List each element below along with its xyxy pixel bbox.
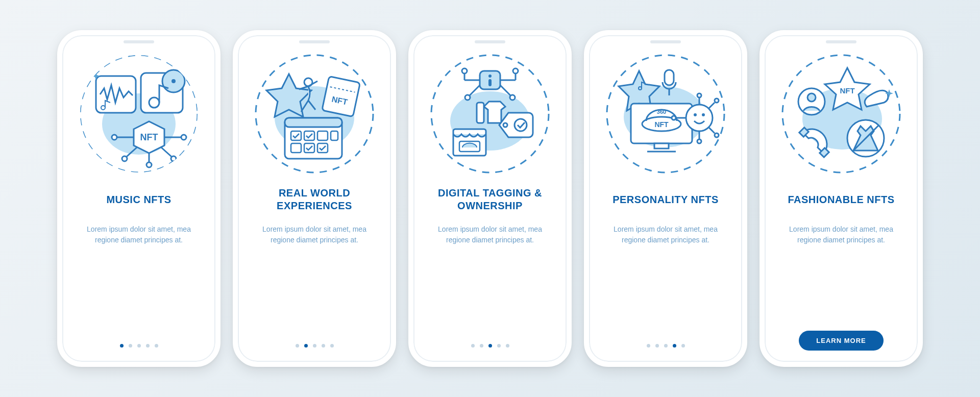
svg-point-14 — [181, 135, 186, 140]
dot[interactable] — [155, 344, 158, 348]
svg-rect-34 — [331, 131, 338, 140]
onboarding-screen-5: NFT FASHIONABLE NFTS Lorem ipsum dolor s… — [760, 30, 923, 367]
dot[interactable] — [137, 344, 141, 348]
svg-point-54 — [503, 123, 507, 127]
screen-description: Lorem ipsum dolor sit amet, mea regione … — [598, 224, 733, 245]
svg-line-19 — [161, 147, 172, 157]
dot[interactable] — [146, 344, 150, 348]
svg-point-52 — [510, 95, 515, 100]
svg-line-76 — [708, 103, 715, 109]
dot[interactable] — [488, 344, 492, 348]
real-world-icon: NFT — [253, 53, 376, 175]
dot[interactable] — [296, 344, 299, 348]
screen-title: REAL WORLD EXPERIENCES — [247, 186, 382, 213]
page-indicator — [647, 344, 685, 348]
dot[interactable] — [664, 344, 668, 348]
svg-point-41 — [488, 75, 492, 78]
svg-line-78 — [708, 127, 715, 133]
onboarding-screen-4: 360 NFT PERSONALITY NFTS Lorem ipsum dol… — [584, 30, 747, 367]
svg-rect-35 — [291, 143, 301, 153]
onboarding-screen-2: NFT REAL WORLD EXPERIENCES Lorem ipsum d… — [233, 30, 396, 367]
svg-rect-64 — [654, 143, 669, 148]
svg-point-48 — [513, 68, 518, 73]
page-indicator — [471, 344, 509, 348]
fashionable-nft-icon: NFT — [780, 53, 902, 175]
svg-text:NFT: NFT — [840, 86, 854, 95]
svg-point-16 — [146, 162, 152, 167]
dot[interactable] — [647, 344, 650, 348]
dot[interactable] — [497, 344, 501, 348]
svg-point-73 — [672, 116, 676, 120]
onboarding-screen-3: DIGITAL TAGGING & OWNERSHIP Lorem ipsum … — [408, 30, 572, 367]
svg-point-75 — [697, 93, 701, 97]
screen-title: FASHIONABLE NFTS — [785, 186, 897, 213]
learn-more-button[interactable]: LEARN MORE — [799, 331, 883, 351]
svg-rect-53 — [477, 103, 484, 123]
svg-rect-61 — [665, 70, 674, 85]
svg-point-79 — [715, 133, 719, 137]
digital-tagging-icon — [429, 53, 551, 175]
dot[interactable] — [330, 344, 334, 348]
svg-point-12 — [112, 135, 117, 140]
dot[interactable] — [304, 344, 308, 348]
personality-nft-icon: 360 NFT — [604, 53, 727, 175]
svg-text:360: 360 — [657, 109, 666, 115]
onboarding-screen-1: NFT MUSIC NFTS Lorem ipsum dolor sit ame… — [57, 30, 220, 367]
svg-rect-42 — [488, 79, 492, 86]
svg-rect-30 — [285, 118, 342, 127]
dot[interactable] — [129, 344, 132, 348]
svg-text:NFT: NFT — [140, 132, 158, 142]
svg-point-7 — [172, 79, 176, 83]
page-indicator — [296, 344, 334, 348]
svg-point-71 — [702, 113, 705, 116]
dot[interactable] — [120, 344, 124, 348]
svg-point-20 — [171, 156, 176, 161]
svg-point-77 — [715, 98, 719, 103]
dot[interactable] — [480, 344, 483, 348]
svg-text:NFT: NFT — [654, 120, 669, 129]
music-nft-icon: NFT — [78, 53, 200, 175]
dot[interactable] — [313, 344, 316, 348]
screen-description: Lorem ipsum dolor sit amet, mea regione … — [71, 224, 206, 245]
dot[interactable] — [673, 344, 676, 348]
dot[interactable] — [471, 344, 475, 348]
dot[interactable] — [506, 344, 509, 348]
svg-point-45 — [462, 68, 467, 73]
dot[interactable] — [655, 344, 659, 348]
screen-description: Lorem ipsum dolor sit amet, mea regione … — [247, 224, 382, 245]
svg-point-88 — [807, 93, 816, 102]
screen-title: DIGITAL TAGGING & OWNERSHIP — [423, 186, 557, 213]
svg-point-70 — [694, 113, 697, 116]
svg-rect-3 — [96, 76, 136, 113]
screen-title: MUSIC NFTS — [103, 186, 174, 213]
dot[interactable] — [322, 344, 325, 348]
svg-point-81 — [697, 139, 701, 143]
page-indicator — [120, 344, 158, 348]
svg-rect-33 — [317, 131, 328, 140]
dot[interactable] — [681, 344, 685, 348]
svg-point-50 — [465, 95, 470, 100]
screen-title: PERSONALITY NFTS — [609, 186, 722, 213]
screen-description: Lorem ipsum dolor sit amet, mea regione … — [423, 224, 557, 245]
svg-point-18 — [122, 156, 127, 161]
screen-description: Lorem ipsum dolor sit amet, mea regione … — [774, 224, 909, 245]
